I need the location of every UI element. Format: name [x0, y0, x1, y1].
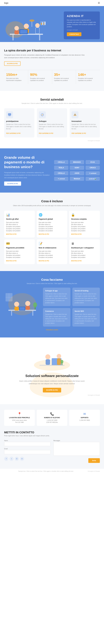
incluso-btn-0[interactable]: MOSTRA DI PIÙ — [6, 234, 33, 235]
incluso-card-3: 💳 Pagamento prevedibile Duis aute irure … — [4, 240, 35, 264]
svg-point-7 — [24, 24, 29, 28]
software-section: Soluzioni software personalizzate Quam n… — [0, 338, 104, 404]
incluso-item-5-3: Excepteur sint proident — [71, 256, 98, 258]
incluso-item-2-3: Excepteur sint proident — [71, 228, 98, 230]
brand-5: CROCS — [86, 166, 100, 170]
facciamo-card-desc-1: Sample text. Click to select the text. C… — [75, 293, 98, 304]
stat-2: 35+ Excepteur sint occaecat cupidatat no… — [52, 70, 76, 84]
servizi-grid: prototipazione Sample text. Click to sel… — [4, 108, 100, 138]
incluso-item-2-1: Elit cillum dolore ut — [71, 224, 98, 226]
incluso-btn-2[interactable]: MOSTRA DI PIÙ — [71, 234, 98, 235]
social-google[interactable]: G — [15, 457, 19, 461]
servizi-card-title-0: prototipazione — [6, 120, 32, 122]
email-icon: ✉ — [72, 412, 97, 416]
incluso-item-5-2: Excepteur sint proident — [71, 254, 98, 256]
svg-point-14 — [29, 20, 34, 22]
svg-rect-30 — [32, 311, 33, 316]
send-btn[interactable]: Invia — [88, 458, 100, 463]
form-left: Name Email f t G in — [4, 440, 50, 463]
location-icon: 📍 — [7, 412, 32, 416]
svg-rect-18 — [43, 22, 44, 25]
spina-section: La spina dorsale per il business su Inte… — [0, 42, 104, 91]
contact-card-2: ✉ SUPPORTO 1 (234) 567-8900 — [69, 410, 100, 426]
svg-point-43 — [45, 354, 50, 359]
incluso-section: Cosa è incluso Ottieni oltre 100 funzion… — [0, 192, 104, 271]
brand-6: CROLLA — [54, 171, 68, 175]
volume-btn[interactable]: SCOPRI DI PIÙ — [4, 182, 21, 186]
svg-rect-4 — [39, 35, 40, 40]
incluso-item-0-1: Elit cillum dolore ut — [6, 224, 33, 226]
servizi-card-title-1: Sviluppo — [39, 120, 65, 122]
facciamo-card-desc-2: Sample text. Click to select the text. C… — [45, 313, 68, 324]
software-desc: Quam nulla porttitor massa id neque aliq… — [19, 380, 85, 385]
brand-8: ✦ unimed — [86, 171, 100, 175]
name-input[interactable] — [4, 442, 50, 446]
servizi-icon-0 — [6, 111, 13, 118]
incluso-item-4-3: Excepteur sint proident — [39, 256, 66, 258]
servizi-section: Servizi aziendali Sample text. Click to … — [0, 91, 104, 148]
hero-contact-btn[interactable]: CONTATTACI — [67, 32, 81, 36]
svg-rect-44 — [46, 359, 50, 365]
social-linkedin[interactable]: in — [20, 457, 24, 461]
incluso-icon-1: 🌐 — [39, 213, 66, 217]
incluso-item-2-0: Duis aute irure dolor — [71, 222, 98, 224]
facciamo-card-title-2: Commerce — [45, 310, 68, 312]
social-twitter[interactable]: t — [10, 457, 14, 461]
footer: Sample text. Click to select the text bo… — [0, 468, 104, 474]
incluso-btn-3[interactable]: MOSTRA DI PIÙ — [6, 260, 33, 262]
servizi-card-0: prototipazione Sample text. Click to sel… — [4, 108, 34, 138]
svg-point-5 — [14, 26, 19, 30]
facciamo-card-1: Servizi di hosting Sample text. Click to… — [72, 288, 100, 306]
servizi-card-link-1[interactable]: PER SAPERNE DI PIÙ — [39, 132, 53, 134]
svg-rect-32 — [14, 307, 19, 310]
facciamo-card-desc-3: Sample text. Click to select the text. C… — [75, 313, 98, 324]
stat-num-2: 35+ — [54, 72, 74, 77]
incluso-title: Cosa è incluso — [4, 200, 100, 203]
contact-card-title-0: LA NOSTRA SEDE PRINCIPALE — [7, 417, 32, 418]
message-textarea[interactable] — [54, 442, 100, 456]
incluso-card-4: 📝 Note di collaborazione Duis aute irure… — [37, 240, 67, 264]
incluso-item-2-4: Excepteur sint proident — [71, 230, 98, 232]
incluso-item-3-1: Elit cillum dolore ut — [6, 252, 33, 254]
email-label: Email — [4, 448, 50, 450]
incluso-icon-2: 🔒 — [71, 213, 98, 217]
incluso-btn-1[interactable]: MOSTRA DI PIÙ — [39, 234, 66, 235]
servizi-icon-2 — [72, 111, 78, 118]
name-label: Name — [4, 440, 50, 441]
svg-rect-36 — [20, 307, 25, 310]
brand-0: CROLLA — [54, 160, 68, 164]
servizi-attribution: Immagine di freepik — [4, 140, 100, 142]
incluso-item-1-3: Excepteur sint proident — [39, 228, 66, 230]
spina-btn[interactable]: SCOPRI DI PIÙ — [4, 61, 21, 66]
facciamo-link[interactable]: Consulta le nostre — [4, 329, 100, 330]
servizi-card-title-2: Innovazioni — [72, 120, 98, 122]
incluso-btn-4[interactable]: MOSTRA DI PIÙ — [39, 260, 66, 262]
brand-2: EVJA — [86, 160, 100, 164]
facciamo-card-desc-0: Sample text. Click to select the text. C… — [45, 293, 68, 304]
incluso-grid-bottom: 💳 Pagamento prevedibile Duis aute irure … — [4, 240, 100, 264]
facciamo-card-title-0: Sviluppo di app — [45, 290, 68, 292]
stat-label-0: Duis aute irure dolor reprehenderit volu… — [6, 77, 26, 82]
social-facebook[interactable]: f — [4, 457, 8, 461]
software-illustration — [4, 346, 100, 370]
incluso-btn-5[interactable]: MOSTRA DI PIÙ — [71, 260, 98, 262]
incluso-card-title-2: Sicurezza completa — [71, 218, 98, 220]
hero-attribution: Immagine di freepik — [67, 29, 97, 31]
contact-section: 📍 LA NOSTRA SEDE PRINCIPALE 1234 Lorem i… — [0, 404, 104, 468]
servizi-card-link-0[interactable]: PER SAPERNE DI PIÙ — [6, 132, 21, 134]
servizi-card-link-2[interactable]: PER SAPERNE DI PIÙ — [72, 132, 86, 134]
contact-card-detail-0: 1234 Lorem ipsum dolor Fuit 110 1980 — [7, 419, 32, 424]
incluso-item-4-2: Excepteur sint proident — [39, 254, 66, 256]
svg-point-38 — [33, 302, 37, 307]
facciamo-content: Sviluppo di app Sample text. Click to se… — [4, 288, 100, 326]
servizi-icon-1 — [39, 111, 46, 118]
incluso-item-3-2: Excepteur sint proident — [6, 254, 33, 256]
incluso-icon-4: 📝 — [39, 242, 66, 246]
software-btn[interactable]: SCOPRI DI PIÙ — [43, 388, 61, 392]
incluso-card-title-1: Pagamenti globali — [39, 218, 66, 220]
menu-icon[interactable]: ☰ — [98, 2, 100, 4]
email-input[interactable] — [4, 450, 50, 454]
software-attribution: Immagine di freepik — [4, 394, 100, 396]
incluso-card-title-3: Pagamento prevedibile — [6, 247, 33, 249]
incluso-item-1-4: Excepteur sint proident — [39, 230, 66, 232]
